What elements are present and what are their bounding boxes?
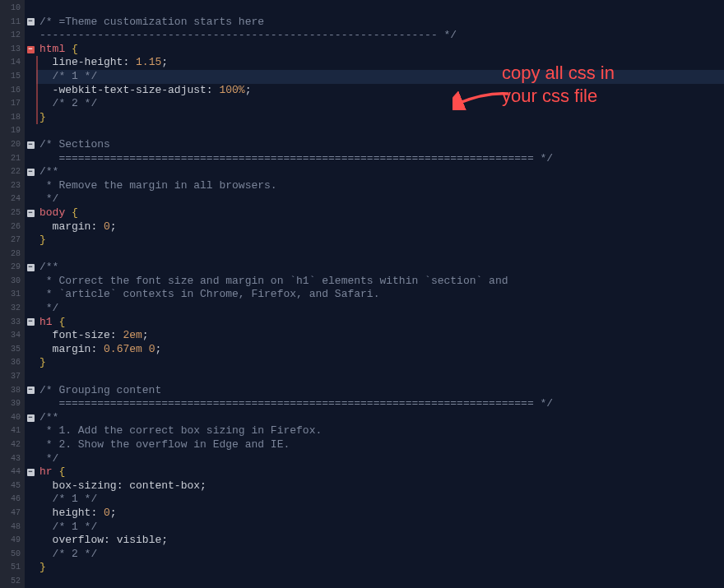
fold-cell <box>25 356 36 370</box>
line-number: 15 <box>0 70 25 84</box>
code-area[interactable]: /* =Theme customization starts here-----… <box>36 0 724 588</box>
fold-toggle-icon[interactable]: − <box>27 141 35 149</box>
token-plain <box>142 343 149 355</box>
token-punct: ; <box>200 479 207 492</box>
line-number: 31 <box>0 288 25 302</box>
token-selector: hr <box>39 465 53 478</box>
token-comment: /** <box>39 411 58 424</box>
code-line[interactable]: overflow: visible; <box>36 534 724 548</box>
token-plain <box>39 220 53 233</box>
code-line[interactable]: html { <box>36 43 724 57</box>
fold-cell <box>25 2 36 16</box>
token-brace: } <box>39 111 46 123</box>
token-comment: * Correct the font size and margin on `h… <box>39 275 508 287</box>
token-value: visible <box>117 534 162 546</box>
code-line[interactable]: * Correct the font size and margin on `h… <box>36 275 724 289</box>
code-line[interactable]: /* 1 */ <box>36 493 724 507</box>
code-line[interactable]: /* 1 */ <box>36 70 724 84</box>
token-num: 0 <box>104 507 110 519</box>
code-line[interactable]: margin: 0; <box>36 220 724 234</box>
token-selector: html <box>39 43 65 55</box>
token-punct: : <box>110 329 117 341</box>
code-line[interactable]: } <box>36 356 724 370</box>
code-line[interactable]: h1 { <box>36 316 724 330</box>
code-line[interactable]: } <box>36 561 724 575</box>
line-number: 27 <box>0 234 25 248</box>
code-line[interactable]: /* Grouping content <box>36 384 724 398</box>
code-line[interactable]: box-sizing: content-box; <box>36 479 724 493</box>
code-line[interactable]: ========================================… <box>36 397 724 411</box>
code-line[interactable]: /* 2 */ <box>36 97 724 111</box>
code-line[interactable]: /* Sections <box>36 138 724 152</box>
fold-cell: − <box>25 316 36 330</box>
code-line[interactable]: font-size: 2em; <box>36 329 724 343</box>
token-prop: margin <box>53 343 91 355</box>
code-line[interactable]: ----------------------------------------… <box>36 29 724 43</box>
code-line[interactable]: /** <box>36 261 724 275</box>
token-comment: /* Sections <box>39 138 110 150</box>
line-number: 42 <box>0 438 25 452</box>
fold-toggle-icon[interactable]: − <box>27 210 35 217</box>
code-line[interactable]: /** <box>36 165 724 179</box>
fold-cell <box>25 561 36 575</box>
code-line[interactable]: /** <box>36 411 724 425</box>
fold-cell <box>25 29 36 43</box>
fold-cell: − <box>25 43 36 57</box>
code-line[interactable]: line-height: 1.15; <box>36 56 724 70</box>
code-line[interactable] <box>36 124 724 138</box>
code-line[interactable]: height: 0; <box>36 507 724 521</box>
code-line[interactable]: margin: 0.67em 0; <box>36 343 724 357</box>
line-number: 48 <box>0 521 25 535</box>
token-prop: box-sizing <box>53 479 117 492</box>
fold-cell <box>25 424 36 438</box>
code-line[interactable]: * `article` contexts in Chrome, Firefox,… <box>36 288 724 302</box>
code-line[interactable]: * 2. Show the overflow in Edge and IE. <box>36 438 724 452</box>
token-prop: height <box>53 507 91 519</box>
code-line[interactable]: */ <box>36 192 724 206</box>
token-punct: : <box>207 84 213 96</box>
fold-toggle-icon[interactable]: − <box>27 264 35 271</box>
fold-guide <box>36 97 38 111</box>
fold-toggle-icon[interactable]: − <box>27 318 35 326</box>
code-line[interactable]: */ <box>36 302 724 316</box>
fold-cell <box>25 84 36 98</box>
line-number: 37 <box>0 370 25 384</box>
code-line[interactable] <box>36 248 724 262</box>
token-prop: -webkit-text-size-adjust <box>53 84 207 96</box>
fold-cell <box>25 124 36 138</box>
code-line[interactable]: } <box>36 111 724 125</box>
code-line[interactable]: * 1. Add the correct box sizing in Firef… <box>36 424 724 438</box>
fold-toggle-icon[interactable]: − <box>27 169 35 176</box>
code-line[interactable] <box>36 370 724 384</box>
code-line[interactable]: -webkit-text-size-adjust: 100%; <box>36 84 724 98</box>
fold-cell <box>25 534 36 548</box>
code-line[interactable]: /* 2 */ <box>36 548 724 562</box>
fold-toggle-icon[interactable]: − <box>27 414 35 422</box>
line-number: 44 <box>0 465 25 479</box>
code-line[interactable]: * Remove the margin in all browsers. <box>36 179 724 193</box>
code-line[interactable]: hr { <box>36 465 724 479</box>
token-comment: /* 1 */ <box>53 521 98 533</box>
code-line[interactable]: } <box>36 234 724 248</box>
code-line[interactable] <box>36 2 724 16</box>
fold-cell <box>25 56 36 70</box>
fold-toggle-icon[interactable]: − <box>27 469 35 476</box>
code-line[interactable]: /* =Theme customization starts here <box>36 16 724 30</box>
code-line[interactable]: /* 1 */ <box>36 521 724 535</box>
code-line[interactable] <box>36 575 724 588</box>
code-line[interactable]: */ <box>36 452 724 466</box>
fold-toggle-icon[interactable]: − <box>27 387 35 394</box>
fold-cell: − <box>25 261 36 275</box>
line-number: 19 <box>0 124 25 138</box>
fold-toggle-icon[interactable]: − <box>27 46 35 53</box>
token-num: 100% <box>219 84 244 96</box>
code-line[interactable]: body { <box>36 206 724 220</box>
fold-toggle-icon[interactable]: − <box>27 18 35 25</box>
code-line[interactable]: ========================================… <box>36 152 724 166</box>
token-punct: : <box>104 534 110 546</box>
token-plain <box>39 548 53 560</box>
fold-cell <box>25 179 36 193</box>
token-plain <box>39 97 53 109</box>
line-number: 38 <box>0 384 25 398</box>
token-comment: */ <box>39 192 58 205</box>
